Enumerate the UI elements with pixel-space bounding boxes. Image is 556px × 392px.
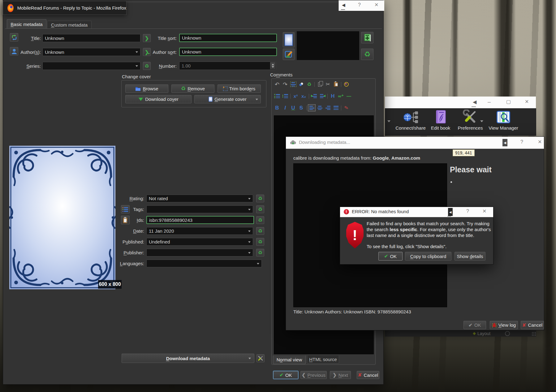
toolbar-item-view-manager[interactable]: View Manager [487, 110, 519, 131]
show-details-button[interactable]: Show details [455, 252, 485, 261]
previous-button[interactable]: ❮ Previous [300, 371, 327, 379]
cancel-button[interactable]: ✘ Cancel [357, 371, 379, 379]
select-all-icon[interactable] [290, 81, 297, 88]
chevron-left-icon: ❮ [302, 372, 306, 378]
view-manager-icon [496, 110, 511, 125]
tree-trunk [402, 0, 413, 97]
toolbar-item-connect-share[interactable]: Connect/share [394, 110, 428, 131]
spinner-buttons[interactable] [270, 62, 275, 69]
generate-cover-button[interactable]: Generate cover [194, 95, 261, 103]
ordered-list-icon[interactable] [274, 93, 281, 99]
strikethrough-icon[interactable]: S [298, 105, 305, 111]
clear-tags-button[interactable]: ♻ [256, 205, 264, 213]
browse-cover-button[interactable]: Browse [125, 84, 168, 93]
remove-cover-button[interactable]: ♻ Remove [171, 84, 214, 93]
layout-button[interactable]: Layout [473, 331, 490, 336]
help-icon[interactable]: ? [466, 209, 469, 214]
series-combo[interactable] [42, 62, 140, 70]
subscript-icon[interactable]: x₂ [300, 93, 307, 99]
align-justify-icon[interactable] [332, 105, 339, 111]
author-sort-input[interactable]: Unknown [179, 48, 277, 56]
preferences-dropdown-caret[interactable] [480, 120, 483, 124]
series-number-stepper[interactable]: 1.00 [179, 62, 276, 70]
unordered-list-icon[interactable] [282, 93, 289, 99]
toolbar-item-preferences[interactable]: Preferences [456, 110, 484, 131]
clear-ids-button[interactable]: ♻ [256, 216, 264, 224]
insert-link-icon[interactable]: ∞⁺ [337, 93, 344, 99]
ok-button[interactable]: ✔ OK [273, 371, 298, 379]
published-combo[interactable]: Undefined [146, 238, 253, 246]
tab-html-source[interactable]: HTML source [307, 355, 339, 364]
eraser-icon[interactable] [298, 81, 305, 88]
error-ok-button[interactable]: ✔ OK [378, 252, 403, 261]
tags-combo[interactable] [146, 205, 253, 213]
edit-cover-button[interactable] [283, 49, 295, 60]
back-icon[interactable]: ◀ [473, 100, 476, 105]
back-button[interactable]: ◀ [448, 208, 453, 216]
italic-icon[interactable]: I [282, 105, 289, 111]
next-button[interactable]: ❯ Next [330, 371, 351, 379]
rating-combo[interactable]: Not rated [146, 195, 253, 202]
ids-input[interactable]: isbn:9788558890243 [146, 216, 254, 224]
horizontal-rule-icon[interactable]: — [345, 93, 352, 99]
error-dialog-titlebar[interactable]: ! ERROR: No matches found ◀ ? ✕ [340, 207, 493, 217]
close-icon[interactable]: ✕ [538, 140, 542, 144]
tab-custom-metadata[interactable]: Custom metadata [47, 21, 92, 29]
bold-icon[interactable]: B [274, 105, 281, 111]
languages-combo[interactable] [146, 260, 262, 267]
align-right-icon[interactable] [324, 105, 331, 111]
help-icon[interactable]: ? [520, 140, 523, 144]
indent-less-icon[interactable] [319, 93, 326, 99]
cover-thumbnail-button[interactable] [283, 32, 295, 47]
download-ok-button[interactable]: ✔ OK [463, 321, 486, 329]
download-cover-button[interactable]: Download cover [125, 95, 192, 103]
trim-borders-button[interactable]: Trim borders [218, 84, 261, 93]
back-icon[interactable]: ◀ [342, 3, 345, 7]
close-icon[interactable]: ✕ [482, 209, 486, 214]
redo-icon[interactable]: ↷ [282, 81, 289, 88]
title-sort-input[interactable]: Unknown [179, 34, 277, 42]
download-metadata-button[interactable]: Download metadata [122, 354, 254, 363]
maximize-icon[interactable]: ▢ [506, 99, 511, 104]
view-log-button[interactable]: View log [490, 321, 518, 329]
indent-more-icon[interactable] [311, 93, 318, 99]
cut-icon[interactable]: ✂ [324, 81, 331, 88]
clear-published-button[interactable]: ♻ [256, 238, 264, 246]
close-icon[interactable]: ✕ [374, 2, 378, 7]
donate-icon[interactable] [505, 331, 510, 336]
copy-to-clipboard-button[interactable]: Copy to clipboard [405, 252, 451, 261]
undo-icon[interactable]: ↶ [274, 81, 281, 88]
download-dialog-titlebar[interactable]: Downloading metadata... ◀ ? ✕ [286, 137, 544, 149]
tab-normal-view[interactable]: Normal view [273, 355, 306, 364]
align-center-icon[interactable] [316, 105, 323, 111]
clear-cover-button[interactable]: ♻ [361, 49, 373, 60]
configure-download-button[interactable] [256, 354, 265, 362]
minimize-icon[interactable]: – [488, 99, 491, 105]
authors-combo[interactable]: Unknown [42, 48, 140, 56]
toolbar-overflow-caret[interactable] [387, 120, 390, 124]
underline-icon[interactable]: U [290, 105, 297, 111]
paste-icon[interactable] [332, 81, 339, 88]
heading-icon[interactable]: H [329, 93, 336, 99]
superscript-icon[interactable]: x² [292, 93, 299, 99]
resize-grip[interactable] [532, 332, 536, 336]
download-cancel-button[interactable]: ✘ Cancel [521, 321, 544, 329]
close-icon[interactable]: ✕ [525, 99, 529, 104]
help-icon[interactable]: ? [358, 2, 361, 7]
clear-formatting-icon[interactable]: ♻ [306, 81, 313, 88]
copy-icon[interactable] [316, 81, 323, 88]
align-left-icon[interactable] [308, 105, 315, 111]
title-input[interactable]: Unknown [42, 34, 140, 42]
text-color-icon[interactable]: ✎ [342, 104, 350, 112]
date-combo[interactable]: 11 Jan 2020 [146, 227, 253, 235]
clear-publisher-button[interactable]: ♻ [256, 249, 264, 256]
add-cover-from-book-button[interactable] [361, 32, 373, 43]
publisher-combo[interactable] [146, 249, 253, 256]
toolbar-item-edit-book[interactable]: Edit book [427, 110, 455, 131]
tab-basic-metadata[interactable]: Basic metadata [7, 19, 46, 29]
clear-rating-button[interactable]: ♻ [256, 195, 264, 202]
title-sort-value: Unknown [182, 35, 201, 41]
clear-date-button[interactable]: ♻ [256, 227, 264, 235]
back-button[interactable]: ◀ [502, 139, 507, 146]
background-color-icon[interactable] [343, 81, 350, 88]
